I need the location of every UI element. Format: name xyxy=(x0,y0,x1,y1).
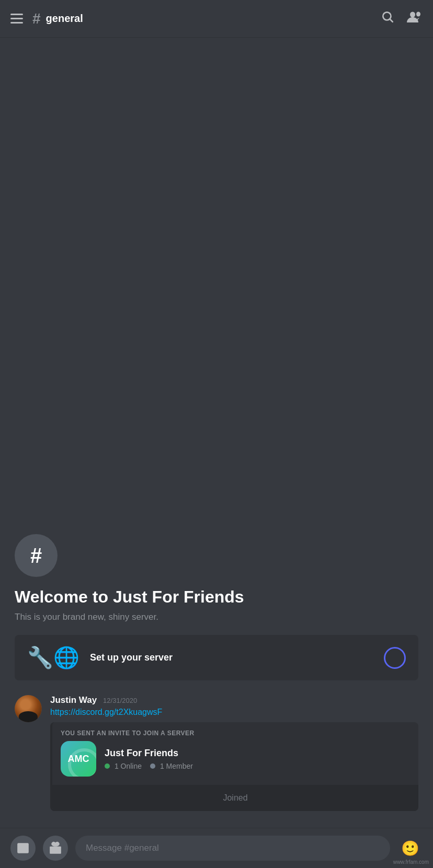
channel-hash-symbol: # xyxy=(30,545,42,566)
svg-point-2 xyxy=(410,12,415,18)
svg-line-1 xyxy=(390,19,393,22)
message-username: Justin Way xyxy=(50,695,97,705)
top-spacer xyxy=(0,38,433,522)
channel-title-area: # general xyxy=(32,10,381,27)
invite-card-header: YOU SENT AN INVITE TO JOIN A SERVER xyxy=(52,722,418,741)
hamburger-menu-button[interactable] xyxy=(10,14,23,24)
welcome-section: # Welcome to Just For Friends This is yo… xyxy=(0,522,433,695)
online-dot xyxy=(105,763,110,769)
invite-server-icon: AMC xyxy=(61,741,96,777)
setup-server-card[interactable]: 🔧🌐 Set up your server xyxy=(15,635,418,680)
image-button[interactable] xyxy=(10,836,36,861)
invite-server-name: Just For Friends xyxy=(105,748,410,759)
avatar-image xyxy=(15,695,42,722)
search-icon[interactable] xyxy=(381,10,394,27)
bottom-input-bar: Message #general 🙂 xyxy=(0,828,433,868)
member-count: 1 Member xyxy=(160,762,193,770)
avatar[interactable] xyxy=(15,695,42,722)
message-placeholder: Message #general xyxy=(86,843,159,853)
invite-server-stats: 1 Online 1 Member xyxy=(105,762,410,770)
header-action-icons xyxy=(381,10,423,27)
message-item: Justin Way 12/31/2020 https://discord.gg… xyxy=(15,695,418,811)
setup-label: Set up your server xyxy=(90,652,373,663)
joined-label: Joined xyxy=(223,793,247,802)
invite-card-footer: Joined xyxy=(52,785,418,811)
welcome-subtitle: This is your brand new, shiny server. xyxy=(15,612,418,622)
members-icon[interactable] xyxy=(407,10,423,27)
channel-icon: # xyxy=(15,534,58,577)
member-dot xyxy=(150,763,155,769)
member-stat: 1 Member xyxy=(150,762,193,770)
watermark: www.frfam.com xyxy=(393,859,429,865)
welcome-title: Welcome to Just For Friends xyxy=(15,587,418,607)
channel-name: general xyxy=(46,13,83,25)
online-stat: 1 Online xyxy=(105,762,142,770)
message-body: Justin Way 12/31/2020 https://discord.gg… xyxy=(50,695,418,811)
invite-card-body: AMC Just For Friends 1 Online xyxy=(52,741,418,785)
messages-area: Justin Way 12/31/2020 https://discord.gg… xyxy=(0,695,433,828)
setup-icon: 🔧🌐 xyxy=(27,645,79,670)
svg-point-5 xyxy=(20,846,22,847)
gift-button[interactable] xyxy=(43,836,68,861)
main-content: # Welcome to Just For Friends This is yo… xyxy=(0,38,433,828)
emoji-icon: 🙂 xyxy=(401,840,419,857)
invite-link[interactable]: https://discord.gg/t2XkuagwsF xyxy=(50,708,418,717)
hash-icon: # xyxy=(32,10,41,27)
invite-server-info: Just For Friends 1 Online 1 Member xyxy=(105,748,410,770)
svg-rect-6 xyxy=(50,847,61,854)
invite-server-icon-text: AMC xyxy=(68,754,89,765)
online-count: 1 Online xyxy=(115,762,142,770)
message-input[interactable]: Message #general xyxy=(75,836,390,861)
header: # general xyxy=(0,0,433,38)
setup-progress-circle xyxy=(384,647,406,669)
message-header: Justin Way 12/31/2020 xyxy=(50,695,418,705)
svg-point-3 xyxy=(416,12,420,17)
emoji-button[interactable]: 🙂 xyxy=(397,836,423,861)
invite-card: YOU SENT AN INVITE TO JOIN A SERVER AMC … xyxy=(50,722,418,811)
message-timestamp: 12/31/2020 xyxy=(103,697,137,704)
